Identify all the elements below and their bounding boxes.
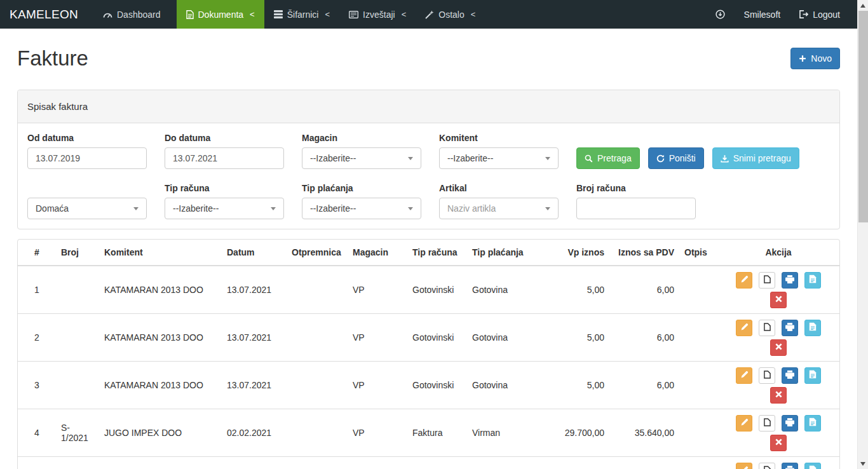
printer-icon (785, 418, 794, 428)
novo-button[interactable]: Novo (790, 48, 840, 69)
x-icon (775, 295, 782, 304)
scrollbar-thumb[interactable] (858, 11, 868, 222)
field-tip-racuna: Tip računa --Izaberite-- (165, 183, 284, 219)
print-button[interactable] (782, 367, 798, 384)
cell-datum (222, 457, 287, 469)
cell-broj (56, 314, 99, 362)
file-icon (764, 418, 771, 428)
cell-otpis (679, 266, 717, 314)
edit-button[interactable] (736, 320, 752, 336)
col-header-iznos-sa-pdv: Iznos sa PDV (609, 240, 679, 266)
invoice-button[interactable] (804, 272, 821, 289)
tip-placanja-select[interactable]: --Izaberite-- (302, 198, 421, 219)
cell-num: 4 (18, 409, 56, 457)
invoices-table: # Broj Komitent Datum Otpremnica Magacin… (17, 239, 840, 469)
pencil-icon (740, 418, 749, 428)
komitent-select-value: --Izaberite-- (447, 153, 493, 163)
cell-tip-racuna: Gotovinski (407, 362, 467, 409)
artikal-select[interactable]: Naziv artikla (439, 198, 559, 219)
print-button[interactable] (782, 415, 798, 432)
scroll-up-arrow[interactable] (858, 0, 868, 11)
cell-vp-iznos: 5,00 (550, 314, 609, 362)
printer-icon (785, 370, 794, 381)
table-row (18, 457, 839, 469)
print-button[interactable] (782, 320, 798, 336)
document-button[interactable] (759, 320, 775, 336)
invoice-button[interactable] (804, 463, 821, 469)
field-magacin: Magacin --Izaberite-- (302, 133, 421, 169)
invoice-button[interactable] (804, 320, 821, 336)
page-head: Fakture Novo (17, 46, 840, 71)
chevron-down-icon (408, 157, 413, 160)
document-button[interactable] (759, 463, 775, 469)
print-button[interactable] (782, 272, 798, 289)
edit-button[interactable] (736, 463, 752, 469)
delete-button[interactable] (770, 387, 787, 404)
logout-label: Logout (813, 10, 840, 20)
file-icon (764, 466, 771, 469)
nav-item-sifarnici[interactable]: Šifarnici < (264, 0, 339, 29)
print-button[interactable] (782, 463, 798, 469)
document-button[interactable] (759, 415, 775, 432)
company-link[interactable]: Smilesoft (735, 0, 790, 29)
document-button[interactable] (759, 272, 775, 289)
delete-button[interactable] (770, 292, 787, 308)
pretraga-button[interactable]: Pretraga (576, 147, 640, 169)
delete-button[interactable] (770, 435, 787, 451)
field-broj-racuna: Broj računa (576, 183, 696, 219)
col-header-akcija: Akcija (717, 240, 839, 266)
update-button[interactable] (706, 0, 735, 29)
nav-item-ostalo[interactable]: Ostalo < (416, 0, 485, 29)
magic-wand-icon (425, 10, 434, 19)
od-datuma-input[interactable] (27, 147, 147, 169)
edit-button[interactable] (736, 272, 752, 289)
cell-iznos-sa-pdv: 6,00 (609, 314, 679, 362)
scroll-down-arrow[interactable] (858, 458, 868, 469)
logout-button[interactable]: Logout (790, 0, 850, 29)
col-header-datum: Datum (222, 240, 287, 266)
cell-tip-placanja: Gotovina (467, 314, 550, 362)
company-label: Smilesoft (744, 10, 781, 20)
page-title: Fakture (17, 46, 88, 71)
document-button[interactable] (759, 367, 775, 384)
domaca-select-value: Domaća (36, 203, 69, 214)
table-row: 4 S-1/2021 JUGO IMPEX DOO 02.02.2021 VP … (18, 409, 839, 457)
delete-button[interactable] (770, 339, 787, 356)
cell-tip-racuna (407, 457, 467, 469)
ponisti-button[interactable]: Poništi (648, 147, 704, 169)
app-viewport: KAMELEON Dashboard Dokumenta < Š (0, 0, 857, 469)
snimi-pretragu-button[interactable]: Snimi pretragu (712, 147, 799, 169)
invoice-button[interactable] (804, 367, 821, 384)
domaca-select[interactable]: Domaća (27, 198, 147, 219)
nav-item-dashboard[interactable]: Dashboard (93, 0, 177, 29)
broj-racuna-input[interactable] (576, 198, 696, 219)
filter-buttons: Pretraga Poništi Snimi pre (576, 147, 799, 169)
cell-komitent: KATAMARAN 2013 DOO (99, 266, 222, 314)
col-header-magacin: Magacin (348, 240, 407, 266)
cell-tip-placanja: Virman (467, 409, 550, 457)
komitent-select[interactable]: --Izaberite-- (439, 147, 559, 169)
magacin-select[interactable]: --Izaberite-- (302, 147, 421, 169)
cell-akcija (717, 457, 839, 469)
tip-racuna-select[interactable]: --Izaberite-- (165, 198, 284, 219)
chevron-down-icon (271, 207, 276, 210)
navbar: KAMELEON Dashboard Dokumenta < Š (0, 0, 857, 29)
nav-item-dokumenta[interactable]: Dokumenta < (177, 0, 264, 29)
invoice-button[interactable] (804, 415, 821, 432)
cell-tip-placanja (467, 457, 550, 469)
brand[interactable]: KAMELEON (0, 0, 93, 29)
edit-button[interactable] (736, 415, 752, 432)
do-datuma-input[interactable] (165, 147, 284, 169)
cell-broj (56, 362, 99, 409)
nav-item-izvestaji[interactable]: Izveštaji < (339, 0, 416, 29)
cell-otpremnica (287, 409, 348, 457)
x-icon (775, 390, 782, 400)
edit-button[interactable] (736, 367, 752, 384)
cell-num: 3 (18, 362, 56, 409)
komitent-label: Komitent (439, 133, 559, 144)
cell-otpis (679, 362, 717, 409)
cell-num: 1 (18, 266, 56, 314)
cell-num (18, 457, 56, 469)
file-icon (764, 275, 771, 285)
scrollbar[interactable] (857, 0, 868, 469)
